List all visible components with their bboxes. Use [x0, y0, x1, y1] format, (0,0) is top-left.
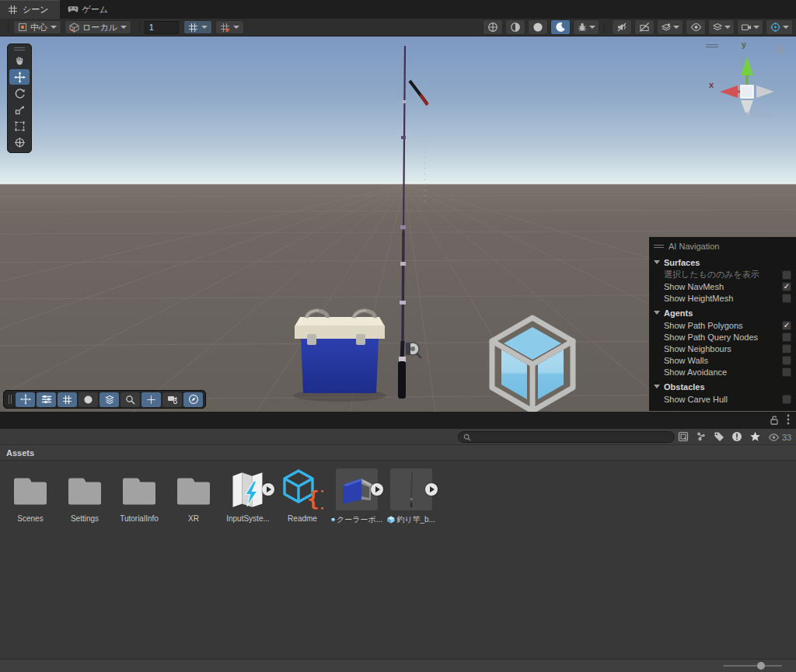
nav-option-row[interactable]: Show NavMesh ✓	[654, 280, 791, 292]
tab-scene[interactable]: シーン	[0, 0, 60, 19]
expand-asset-arrow[interactable]	[425, 483, 438, 496]
grid-visibility-button[interactable]: Y	[183, 20, 212, 34]
checkbox[interactable]	[782, 356, 791, 365]
checkbox[interactable]	[782, 294, 791, 303]
search-by-label-icon[interactable]	[714, 431, 724, 444]
search-by-type-icon[interactable]	[696, 431, 707, 444]
scene-view-toggles	[480, 19, 793, 35]
pivot-mode-dropdown[interactable]: 中心	[13, 20, 61, 34]
camera-dropdown-button[interactable]	[737, 19, 763, 35]
kebab-menu-icon[interactable]	[787, 414, 790, 427]
checkbox[interactable]: ✓	[782, 321, 791, 330]
local-cube-icon	[69, 23, 79, 33]
nav-option-row[interactable]: Show HeightMesh	[654, 292, 791, 304]
asset-item-xr[interactable]: XR	[168, 467, 219, 525]
asset-item-inputsystem[interactable]: InputSyste...	[222, 467, 274, 525]
pivot-mode-label: 中心	[30, 22, 47, 33]
nav-option-row[interactable]: Show Carve Hull	[654, 393, 791, 405]
gizmos-dropdown-button[interactable]	[766, 19, 793, 35]
checkbox[interactable]	[782, 395, 791, 404]
sliders-overlay-button[interactable]	[37, 392, 56, 407]
nav-option-row[interactable]: 選択したもののみを表示	[654, 269, 791, 280]
grid-snap-button[interactable]	[215, 20, 244, 34]
foldout-agents[interactable]: Agents	[654, 306, 791, 319]
grid-overlay-button[interactable]	[58, 392, 77, 407]
svg-text:Y: Y	[194, 28, 197, 33]
scene-visibility-button[interactable]	[686, 19, 706, 35]
asset-item-fishing-rod-model[interactable]: 釣り竿_b...	[386, 467, 437, 525]
ai-navigation-panel: AI Navigation Surfaces 選択したもののみを表示 Show …	[649, 237, 796, 411]
chevron-down-icon	[120, 26, 127, 29]
nav-option-row[interactable]: Show Path Query Nodes	[654, 331, 791, 343]
checkbox[interactable]	[782, 367, 791, 377]
tab-scene-label: シーン	[23, 4, 49, 16]
search-input[interactable]	[474, 433, 669, 441]
search-in-window-icon[interactable]	[678, 431, 689, 444]
checkbox[interactable]	[782, 344, 791, 353]
layers-overlay-button[interactable]	[100, 392, 119, 407]
rotate-tool-button[interactable]	[9, 85, 30, 101]
handle-orientation-dropdown[interactable]: ローカル	[65, 20, 131, 34]
handle-orientation-label: ローカル	[82, 22, 117, 33]
snap-overlay-button[interactable]	[141, 392, 161, 407]
fishing-rod-object	[398, 46, 428, 399]
ai-navigation-header[interactable]: AI Navigation	[654, 239, 791, 253]
nav-option-row[interactable]: Show Walls	[654, 354, 791, 366]
camera-overlay-button[interactable]	[162, 392, 182, 407]
nav-option-row[interactable]: Show Neighbours	[654, 343, 791, 354]
asset-item-settings[interactable]: Settings	[59, 467, 110, 525]
lock-icon[interactable]	[770, 415, 779, 427]
expand-asset-arrow[interactable]	[371, 483, 383, 496]
2d-view-button[interactable]	[505, 19, 525, 35]
draw-mode-button[interactable]	[483, 19, 503, 35]
nav-option-row[interactable]: Show Avoidance	[654, 366, 791, 378]
expand-asset-arrow[interactable]	[262, 483, 274, 496]
layers-dropdown-button[interactable]	[708, 19, 735, 35]
hidden-items-counter[interactable]: 33	[768, 433, 791, 442]
foldout-surfaces[interactable]: Surfaces	[654, 256, 791, 269]
camera-effects-mute-button[interactable]	[634, 19, 655, 35]
rect-tool-button[interactable]	[9, 118, 30, 134]
lock-icon[interactable]	[777, 44, 785, 55]
slider-thumb[interactable]	[757, 662, 765, 670]
scale-tool-button[interactable]	[9, 102, 30, 117]
compass-overlay-button[interactable]	[183, 392, 203, 407]
project-browser-grid[interactable]: Scenes Settings TutorialInfo XR	[0, 461, 796, 659]
foldout-obstacles[interactable]: Obstacles	[654, 380, 791, 393]
lighting-toggle-button[interactable]	[528, 19, 548, 35]
folder-icon	[11, 472, 50, 507]
move-tool-button[interactable]	[9, 69, 30, 85]
asset-item-tutorialinfo[interactable]: TutorialInfo	[113, 467, 165, 525]
audio-mute-button[interactable]	[612, 19, 632, 35]
overlay-drag-handle[interactable]	[706, 43, 718, 49]
assets-breadcrumb[interactable]: Assets	[0, 445, 796, 461]
projection-mode-label[interactable]: Persp	[744, 110, 773, 119]
checkbox[interactable]	[782, 270, 791, 280]
favorites-star-icon[interactable]	[749, 431, 761, 444]
checkbox[interactable]: ✓	[782, 282, 791, 291]
search-overlay-button[interactable]	[120, 392, 140, 407]
scene-orientation-gizmo[interactable]: y x Persp	[704, 40, 790, 125]
move-overlay-button[interactable]	[16, 392, 35, 407]
asset-item-cooler-model[interactable]: クーラーボ...	[331, 467, 382, 525]
debug-dropdown-button[interactable]	[573, 19, 599, 35]
thumbnail-zoom-slider[interactable]	[723, 665, 782, 667]
overlay-drag-handle[interactable]	[654, 243, 664, 249]
effects-dropdown-button[interactable]	[657, 19, 683, 35]
scene-viewport[interactable]: y x Persp AI Navigation Surfaces 選択したものの…	[0, 37, 796, 412]
eye-icon	[768, 433, 780, 442]
overlay-drag-handle[interactable]	[9, 46, 30, 52]
asset-item-scenes[interactable]: Scenes	[5, 467, 56, 525]
grid-size-input[interactable]	[145, 21, 179, 34]
search-input-wrap[interactable]	[458, 431, 675, 443]
transform-tool-button[interactable]	[9, 134, 30, 150]
importance-filter-icon[interactable]	[731, 431, 742, 444]
asset-item-readme[interactable]: {} Readme	[277, 467, 328, 525]
lighting-overlay-button[interactable]	[79, 392, 98, 407]
tab-game[interactable]: ゲーム	[60, 0, 120, 19]
checkbox[interactable]	[782, 333, 791, 342]
skybox-toggle-button[interactable]	[550, 19, 571, 35]
hand-tool-button[interactable]	[9, 53, 30, 68]
overlay-drag-handle[interactable]	[9, 395, 12, 404]
nav-option-row[interactable]: Show Path Polygons ✓	[654, 319, 791, 331]
